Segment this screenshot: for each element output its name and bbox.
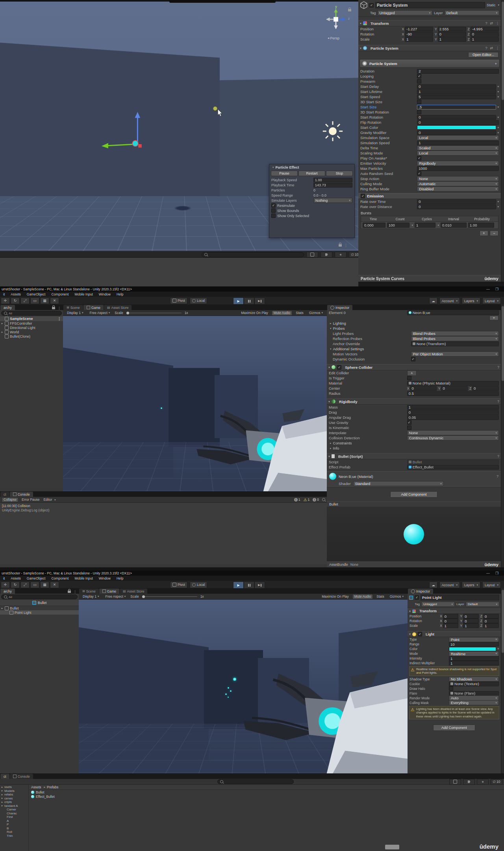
help-icon[interactable]: ? (497, 474, 498, 478)
intensity-field[interactable]: 1 (449, 656, 499, 661)
open-editor-button[interactable]: Open Editor... (468, 52, 498, 58)
prefab-mode-header[interactable]: Bullet (0, 600, 79, 606)
dropdown-caret-icon[interactable]: ▾ (497, 90, 499, 93)
help-icon[interactable]: ? (485, 21, 487, 25)
help-icon[interactable]: ? (497, 365, 499, 369)
scene-orientation-gizmo[interactable] (324, 7, 348, 32)
expand-arrow-icon[interactable]: ▸ (1, 331, 4, 334)
effect-prefab-object-field[interactable]: Effect_Bullet (407, 465, 499, 470)
game-tab[interactable]: Game (83, 305, 104, 310)
anchor-override-object-field[interactable]: None (Transform) (411, 342, 499, 346)
menu-assets[interactable]: Assets (11, 576, 21, 580)
rotation-z-field[interactable]: 0 (483, 619, 499, 623)
project-tab[interactable]: ct (0, 774, 9, 779)
sun-gizmo-icon[interactable] (322, 121, 343, 142)
is-trigger-checkbox[interactable] (407, 376, 411, 380)
foldout-additional-settings[interactable]: ▾Additional Settings (329, 347, 364, 351)
menu-gameobject[interactable]: GameObject (27, 292, 46, 296)
3d-start-rotation-checkbox[interactable] (417, 110, 421, 114)
dynamic-occlusion-checkbox[interactable]: ✓ (411, 357, 415, 361)
gameobject-filter-button[interactable] (306, 252, 318, 258)
reflection-probes-dropdown[interactable]: Blend Probes▾ (411, 336, 499, 341)
scale-slider[interactable] (142, 596, 197, 597)
hierarchy-search-input[interactable]: All (1, 595, 78, 599)
window-titlebar[interactable]: urretShooter - SampleScene - PC, Mac & L… (0, 570, 504, 576)
rotation-z-field[interactable]: 0 (471, 32, 499, 37)
scene-search-input[interactable] (202, 252, 304, 257)
shader-dropdown[interactable]: Standard▾ (353, 481, 444, 486)
light-component-header[interactable]: ▾ ✓ Light (408, 631, 501, 637)
help-icon[interactable]: ? (497, 399, 499, 403)
inspector-scrollbar[interactable] (501, 305, 504, 567)
lock-icon[interactable] (348, 9, 351, 11)
enabled-checkbox[interactable]: ✓ (418, 632, 422, 636)
asset-store-tab[interactable]: ▤Asset Store (120, 589, 148, 594)
motion-vectors-dropdown[interactable]: Per Object Motion▾ (411, 351, 499, 357)
aspect-dropdown[interactable]: Free Aspect▾ (88, 311, 111, 315)
range-field[interactable]: 10 (449, 642, 499, 647)
dropdown-caret-icon[interactable]: ▾ (497, 126, 499, 129)
menu-mobile-input[interactable]: Mobile Input (74, 576, 93, 580)
play-button[interactable]: ▶ (233, 582, 244, 589)
tree-item-thin[interactable]: Thin (0, 834, 28, 838)
menu-window[interactable]: Window (99, 292, 111, 296)
hierarchy-item-point-light[interactable]: Point Light (0, 610, 79, 615)
scale-y-field[interactable]: 1 (438, 37, 466, 42)
help-icon[interactable]: ? (485, 46, 487, 50)
dropdown-caret-icon[interactable]: ▾ (497, 205, 499, 208)
help-icon[interactable]: ? (497, 454, 499, 458)
display-dropdown[interactable]: Display 1▾ (81, 595, 100, 599)
menu-mobile-input[interactable]: Mobile Input (74, 292, 93, 296)
center-x-field[interactable]: 0 (410, 386, 436, 391)
gizmos-dropdown[interactable]: Gizmos▾ (308, 311, 324, 315)
start-speed-field[interactable]: 5 (417, 95, 496, 99)
tool-transform-icon[interactable]: ▦ (40, 582, 49, 588)
hierarchy-tab[interactable]: archy (0, 589, 15, 594)
kebab-icon[interactable]: ⋮ (344, 243, 348, 247)
mute-audio-toggle[interactable]: Mute Audio (353, 595, 373, 599)
start-lifetime-field[interactable]: 1 (417, 89, 496, 94)
add-element-button[interactable]: + (489, 316, 498, 320)
search-icon[interactable] (322, 498, 325, 501)
simulate-layers-dropdown[interactable]: Nothing▾ (313, 198, 352, 203)
particle-curves-footer[interactable]: Particle System Curves ûdemy (358, 275, 501, 282)
burst-add-button[interactable]: + (480, 230, 488, 236)
start-size-field[interactable]: ,5 (417, 105, 496, 110)
enabled-checkbox[interactable]: ✓ (337, 365, 341, 370)
scale-y-field[interactable]: 1 (463, 623, 479, 628)
display-dropdown[interactable]: Display 1▾ (65, 311, 85, 315)
particle-effect-fold-icon[interactable]: ▾ (272, 166, 274, 169)
kebab-icon[interactable]: ⋮ (496, 46, 499, 50)
collapse-toggle[interactable]: Collapse (2, 497, 19, 502)
rotation-y-field[interactable]: 0 (463, 619, 479, 623)
menu-assets[interactable]: Assets (11, 292, 21, 296)
asset-store-tab[interactable]: ▤Asset Store (104, 305, 132, 310)
stop-action-dropdown[interactable]: None▾ (417, 176, 499, 181)
start-rotation-field[interactable]: 0 (417, 115, 496, 120)
mass-field[interactable]: 1 (407, 405, 499, 410)
burst-cycles-field[interactable]: 1 (415, 223, 435, 228)
step-button[interactable]: ▶ (254, 582, 265, 589)
tool-hand-icon[interactable]: ✛ (1, 297, 10, 304)
gravity-modifier-field[interactable]: 0 (417, 130, 496, 135)
layer-dropdown[interactable]: Default▾ (445, 10, 499, 15)
emitter-velocity-dropdown[interactable]: Rigidbody▾ (417, 161, 499, 166)
tag-filter-button[interactable] (463, 779, 475, 785)
lock-icon[interactable] (68, 591, 71, 593)
hierarchy-item-fpscontroller[interactable]: ▸FPSController (0, 321, 63, 325)
scale-z-field[interactable]: 1 (471, 37, 499, 42)
layers-dropdown[interactable]: Layers▾ (462, 582, 480, 588)
active-checkbox[interactable]: ✓ (415, 595, 419, 600)
inspector-scrollbar[interactable] (501, 0, 504, 282)
static-dropdown[interactable]: Static▾ (487, 3, 499, 7)
show-only-selected-checkbox[interactable] (271, 214, 276, 218)
scale-x-field[interactable]: 1 (443, 623, 459, 628)
rate-over-time-field[interactable]: 0 (417, 199, 496, 204)
foldout-info[interactable]: ▸Info (329, 446, 339, 450)
layout-dropdown[interactable]: Layout▾ (482, 582, 501, 588)
auto-random-seed-checkbox[interactable]: ✓ (417, 171, 421, 176)
rate-over-distance-field[interactable]: 0 (417, 204, 496, 209)
add-component-button[interactable]: Add Component (433, 725, 475, 731)
local-toggle[interactable]: Local (190, 582, 207, 588)
inspector-tab[interactable]: Inspector (327, 305, 352, 310)
